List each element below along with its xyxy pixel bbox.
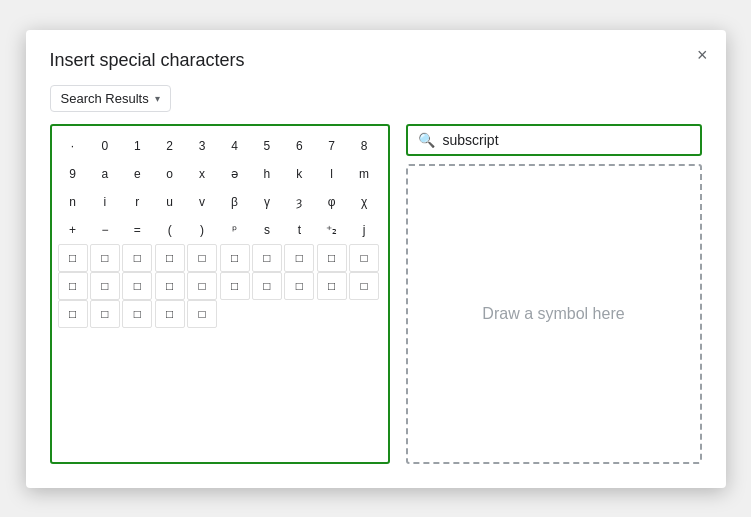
search-box: 🔍 xyxy=(406,124,702,156)
char-cell[interactable]: □ xyxy=(122,300,152,328)
char-cell[interactable]: □ xyxy=(187,244,217,272)
char-cell[interactable]: v xyxy=(187,188,217,216)
char-cell[interactable]: = xyxy=(122,216,152,244)
char-cell[interactable]: □ xyxy=(58,272,88,300)
char-cell[interactable]: 7 xyxy=(317,132,347,160)
char-cell[interactable]: ( xyxy=(155,216,185,244)
char-cell[interactable]: ə xyxy=(220,160,250,188)
char-cell[interactable]: 1 xyxy=(122,132,152,160)
char-cell[interactable]: □ xyxy=(317,244,347,272)
insert-special-characters-dialog: Insert special characters × Search Resul… xyxy=(26,30,726,488)
char-cell[interactable]: k xyxy=(284,160,314,188)
char-cell[interactable]: 4 xyxy=(220,132,250,160)
char-cell[interactable]: χ xyxy=(349,188,379,216)
char-cell[interactable]: □ xyxy=(155,244,185,272)
char-cell[interactable]: u xyxy=(155,188,185,216)
char-cell[interactable]: □ xyxy=(284,244,314,272)
close-button[interactable]: × xyxy=(693,42,712,68)
search-icon: 🔍 xyxy=(418,132,435,148)
char-cell xyxy=(284,300,314,328)
char-cell[interactable]: x xyxy=(187,160,217,188)
draw-label: Draw a symbol here xyxy=(482,305,624,323)
char-cell[interactable]: □ xyxy=(187,300,217,328)
char-cell[interactable]: □ xyxy=(252,244,282,272)
char-cell xyxy=(349,300,379,328)
char-cell xyxy=(220,300,250,328)
char-cell[interactable]: □ xyxy=(155,272,185,300)
char-cell[interactable]: □ xyxy=(187,272,217,300)
char-cell[interactable]: j xyxy=(349,216,379,244)
char-cell[interactable]: o xyxy=(155,160,185,188)
char-cell[interactable]: ᵖ xyxy=(220,216,250,244)
dropdown-label: Search Results xyxy=(61,91,149,106)
char-cell[interactable]: m xyxy=(349,160,379,188)
char-cell[interactable]: φ xyxy=(317,188,347,216)
char-cell[interactable]: 2 xyxy=(155,132,185,160)
char-cell[interactable]: □ xyxy=(58,300,88,328)
char-cell[interactable]: □ xyxy=(317,272,347,300)
search-input[interactable] xyxy=(443,132,690,148)
char-cell[interactable]: □ xyxy=(58,244,88,272)
char-cell[interactable]: − xyxy=(90,216,120,244)
char-cell[interactable]: ȝ xyxy=(284,188,314,216)
dialog-title: Insert special characters xyxy=(50,50,702,71)
char-cell[interactable]: γ xyxy=(252,188,282,216)
char-cell xyxy=(252,300,282,328)
char-cell[interactable]: □ xyxy=(122,244,152,272)
main-area: ·0123456789aeoxəhklmniruvβγȝφχ+−=()ᵖst⁺₂… xyxy=(50,124,702,464)
char-cell[interactable]: s xyxy=(252,216,282,244)
char-cell[interactable]: t xyxy=(284,216,314,244)
char-cell[interactable]: h xyxy=(252,160,282,188)
char-cell[interactable]: □ xyxy=(220,244,250,272)
char-cell[interactable]: □ xyxy=(220,272,250,300)
char-cell[interactable]: □ xyxy=(284,272,314,300)
char-cell[interactable]: 8 xyxy=(349,132,379,160)
right-panel: 🔍 Draw a symbol here xyxy=(406,124,702,464)
char-cell[interactable]: 5 xyxy=(252,132,282,160)
char-cell[interactable]: □ xyxy=(155,300,185,328)
char-cell[interactable]: β xyxy=(220,188,250,216)
char-cell[interactable]: · xyxy=(58,132,88,160)
char-cell[interactable]: ⁺₂ xyxy=(317,216,347,244)
draw-panel[interactable]: Draw a symbol here xyxy=(406,164,702,464)
char-cell[interactable]: r xyxy=(122,188,152,216)
char-cell[interactable]: □ xyxy=(349,272,379,300)
char-cell[interactable]: n xyxy=(58,188,88,216)
char-cell[interactable]: □ xyxy=(90,272,120,300)
char-cell[interactable]: 0 xyxy=(90,132,120,160)
char-cell[interactable]: l xyxy=(317,160,347,188)
char-cell[interactable]: ) xyxy=(187,216,217,244)
char-cell[interactable]: □ xyxy=(90,300,120,328)
chevron-down-icon: ▾ xyxy=(155,93,160,104)
category-dropdown[interactable]: Search Results ▾ xyxy=(50,85,171,112)
char-cell[interactable]: + xyxy=(58,216,88,244)
char-cell[interactable]: □ xyxy=(122,272,152,300)
char-cell[interactable]: 9 xyxy=(58,160,88,188)
char-cell[interactable]: □ xyxy=(90,244,120,272)
char-cell[interactable]: □ xyxy=(252,272,282,300)
char-cell[interactable]: 6 xyxy=(284,132,314,160)
char-cell[interactable]: i xyxy=(90,188,120,216)
char-cell[interactable]: a xyxy=(90,160,120,188)
char-cell xyxy=(317,300,347,328)
char-cell[interactable]: □ xyxy=(349,244,379,272)
char-cell[interactable]: 3 xyxy=(187,132,217,160)
char-grid: ·0123456789aeoxəhklmniruvβγȝφχ+−=()ᵖst⁺₂… xyxy=(58,132,382,328)
char-cell[interactable]: e xyxy=(122,160,152,188)
char-grid-panel: ·0123456789aeoxəhklmniruvβγȝφχ+−=()ᵖst⁺₂… xyxy=(50,124,390,464)
